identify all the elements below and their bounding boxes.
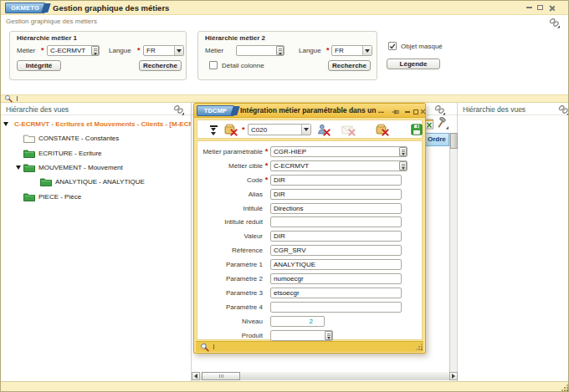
resize-grip[interactable] — [416, 344, 423, 350]
window-titlebar: GKMETG Gestion graphique des métiers — [1, 1, 569, 15]
tree-item[interactable]: MOUVEMENT - Mouvement — [1, 160, 191, 175]
tools-hammer-icon[interactable] — [436, 117, 449, 130]
group-hierarchie-metier-1: Hiérarchie métier 1 Métier * Langue * FR… — [9, 31, 187, 80]
parametre4-input[interactable] — [270, 302, 402, 313]
metier-parametrable-input[interactable] — [270, 146, 408, 157]
required-marker — [263, 147, 270, 155]
delete-user-icon[interactable] — [317, 124, 328, 135]
delete-archive-icon[interactable] — [376, 124, 387, 135]
field-label: Métier cible — [199, 162, 263, 170]
dialog-titlebar[interactable]: TDCMP Intégration métier paramétrable da… — [194, 104, 425, 118]
spinner-button[interactable] — [276, 46, 284, 55]
required-marker: * — [326, 46, 330, 54]
required-marker — [263, 161, 270, 170]
dialog-search-bar[interactable] — [196, 341, 423, 352]
vertical-scrollbar[interactable] — [449, 133, 457, 373]
group2-recherche-button[interactable]: Recherche — [328, 60, 371, 71]
resize-grip[interactable] — [561, 384, 568, 391]
produit-input[interactable] — [270, 330, 333, 341]
close-icon[interactable] — [547, 3, 556, 12]
tree-expander-icon[interactable] — [3, 122, 8, 126]
integrite-button[interactable]: Intégrité — [17, 60, 61, 71]
code-input[interactable] — [270, 175, 402, 186]
field-label: Alias — [199, 191, 263, 198]
tree-item[interactable]: PIECE - Pièce — [1, 190, 191, 204]
link-chain-icon[interactable] — [558, 104, 569, 115]
group2-langue-select[interactable]: FR — [331, 45, 372, 56]
dialog-minimize-icon[interactable] — [403, 108, 411, 115]
horizontal-scrollbar[interactable] — [192, 372, 458, 380]
scroll-left-icon[interactable] — [192, 372, 200, 380]
spinner-button[interactable] — [325, 331, 332, 340]
metier-cible-input[interactable] — [270, 160, 408, 171]
reference-input[interactable] — [270, 245, 402, 256]
scroll-right-icon[interactable] — [449, 372, 458, 380]
required-marker — [263, 176, 270, 184]
right-panel-title: Hiérarchie des vues — [463, 105, 525, 114]
tree-item[interactable]: C-ECRMVT - Ecritures et Mouvements - Cli… — [1, 117, 191, 131]
left-panel-header: Hiérarchie des vues — [1, 103, 191, 115]
group1-recherche-button[interactable]: Recherche — [139, 60, 182, 71]
save-icon[interactable] — [411, 124, 423, 135]
form-row: Valeur — [199, 229, 420, 243]
intitule-input[interactable] — [270, 203, 402, 214]
niveau-input[interactable] — [270, 316, 325, 327]
parametre3-input[interactable] — [270, 288, 402, 298]
link-chain-icon[interactable] — [173, 104, 184, 115]
detail-colonne-checkbox[interactable] — [209, 61, 218, 69]
group1-langue-select[interactable]: FR — [143, 45, 184, 56]
field-label: Valeur — [199, 232, 263, 240]
legende-button[interactable]: Légende — [387, 59, 440, 69]
group1-langue-label: Langue — [109, 47, 131, 54]
dropdown-arrow-icon[interactable] — [174, 46, 183, 55]
tree-item[interactable]: ECRITURE - Ecriture — [1, 146, 191, 160]
dialog-tdcmp: TDCMP Intégration métier paramétrable da… — [193, 103, 426, 354]
group2-langue-label: Langue — [299, 47, 321, 54]
objet-masque-checkbox[interactable] — [388, 42, 397, 50]
scrollbar-thumb[interactable] — [450, 133, 458, 149]
dialog-maximize-icon[interactable] — [412, 108, 419, 115]
form-row: Paramètre 2 — [199, 272, 420, 286]
spinner-button[interactable] — [91, 46, 99, 55]
red-x-icon — [382, 129, 389, 136]
dropdown-arrow-icon[interactable] — [362, 46, 372, 55]
link-chain-icon[interactable] — [434, 104, 445, 115]
panel-divider — [191, 103, 192, 381]
tree-item-label: ANALYTIQUE - ANALYTIQUE — [55, 178, 145, 186]
tree-item[interactable]: ANALYTIQUE - ANALYTIQUE — [1, 175, 191, 189]
search-icon — [4, 94, 13, 103]
dropdown-arrow-icon[interactable] — [301, 125, 310, 135]
breadcrumb-row: Gestion graphique des métiers — [1, 16, 569, 27]
tree-item[interactable]: CONSTANTE - Constantes — [1, 131, 191, 145]
field-label: Paramètre 2 — [199, 275, 263, 283]
parametre2-input[interactable] — [270, 273, 402, 284]
form-row: Métier paramétrable — [199, 145, 420, 159]
minimize-icon[interactable] — [525, 3, 533, 12]
tree-item-label: C-ECRMVT - Ecritures et Mouvements - Cli… — [14, 120, 191, 128]
tree-expander-icon[interactable] — [16, 165, 21, 170]
delete-message-icon — [341, 125, 353, 135]
folder-icon — [23, 149, 35, 158]
spinner-button[interactable] — [399, 147, 407, 156]
valeur-input[interactable] — [270, 231, 402, 242]
tree-item-label: ECRITURE - Ecriture — [38, 150, 102, 157]
link-chain-icon[interactable] — [549, 18, 560, 28]
quick-search-bar[interactable] — [1, 94, 569, 103]
group1-langue-value: FR — [144, 47, 174, 54]
window-title: Gestion graphique des métiers — [53, 3, 169, 13]
parametre1-input[interactable] — [270, 259, 402, 270]
delete-record-icon[interactable] — [224, 124, 235, 135]
field-label: Code — [199, 176, 263, 184]
spinner-button[interactable] — [399, 161, 407, 171]
toolbar-combo[interactable]: C020 — [248, 124, 311, 135]
scrollbar-thumb[interactable] — [202, 372, 240, 380]
collapse-all-icon[interactable] — [202, 120, 216, 137]
intitule-reduit-input[interactable] — [270, 216, 402, 227]
alias-input[interactable] — [270, 189, 402, 200]
maximize-icon[interactable] — [536, 3, 544, 12]
right-panel-header: Hiérarchie des vues — [458, 103, 569, 115]
pin-icon[interactable] — [392, 108, 399, 115]
dialog-close-icon[interactable] — [419, 108, 427, 115]
window-code: GKMETG — [11, 4, 39, 12]
field-label: Intitulé — [199, 205, 263, 212]
